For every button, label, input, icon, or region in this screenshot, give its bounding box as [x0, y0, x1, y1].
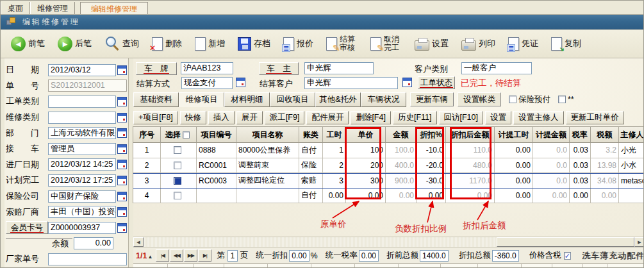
table-cell[interactable]: RC0001	[197, 158, 236, 174]
prev-record-button[interactable]: 前笔	[9, 31, 47, 56]
table-cell[interactable]: 0.00	[570, 188, 591, 204]
tab-basic-info[interactable]: 基础资料	[133, 92, 179, 107]
table-cell[interactable]: 索赔	[299, 174, 323, 188]
table-cell[interactable]: 3	[133, 174, 161, 188]
quick-repair-button[interactable]: 快修	[180, 111, 206, 124]
table-header-cell[interactable]: 序号	[133, 127, 161, 143]
table-cell[interactable]: 0.00	[495, 188, 533, 204]
row-select-checkbox[interactable]	[174, 146, 181, 154]
table-cell[interactable]: 调整四轮定位	[236, 174, 299, 188]
nav-next-button[interactable]: ▶▶	[184, 249, 197, 262]
receiver-lookup-icon[interactable]	[117, 144, 127, 154]
table-cell[interactable]	[236, 188, 299, 204]
repair-type-lookup-icon[interactable]	[117, 113, 127, 122]
table-header-cell[interactable]: 税额	[591, 127, 619, 143]
set-account-type-button[interactable]: 设置帐类	[458, 92, 501, 106]
date-lookup-icon[interactable]	[117, 65, 127, 75]
table-cell[interactable]: 小光	[619, 143, 644, 158]
print-button[interactable]: 列印	[459, 31, 497, 56]
table-row[interactable]: 4 自付0.000.000.000.000.000.000.000.000.00	[133, 188, 644, 204]
table-cell[interactable]: 0.00	[495, 174, 533, 188]
table-cell[interactable]: 13.98	[591, 158, 619, 174]
table-cell[interactable]: 0.00	[386, 188, 417, 204]
owner-input[interactable]: 申光辉	[304, 62, 374, 74]
delete-button[interactable]: 删除	[150, 31, 184, 56]
table-cell[interactable]: 3	[323, 174, 346, 188]
update-labor-price-button[interactable]: 更新工时单价	[566, 111, 624, 124]
settle-customer-lookup-icon[interactable]	[402, 78, 412, 87]
table-cell[interactable]: 自付	[299, 188, 323, 204]
plate-input[interactable]: 沪AAB123	[181, 62, 233, 74]
table-cell[interactable]: 小水	[619, 158, 644, 174]
table-row[interactable]: 2RC0001调整前束保险2200400.0-20.0480.00.000.00…	[133, 158, 644, 174]
row-select-checkbox[interactable]	[174, 192, 181, 199]
claim-vendor-input[interactable]: 丰田（中国）投资有限公司	[48, 206, 116, 218]
table-cell[interactable]	[161, 174, 197, 188]
table-cell[interactable]: 900.0	[386, 174, 417, 188]
quote-button[interactable]: 报价	[281, 31, 315, 56]
history-button[interactable]: 历史[F11]	[393, 111, 437, 124]
balance-input[interactable]: 0.00	[74, 237, 113, 249]
table-cell[interactable]: 1	[323, 143, 346, 158]
table-cell[interactable]: 0.00	[495, 143, 533, 158]
table-cell[interactable]: 2	[133, 158, 161, 174]
table-header-cell[interactable]: 折扣%	[417, 127, 446, 143]
tab-edit-repair-management[interactable]: 编辑维修管理	[80, 2, 148, 14]
table-cell[interactable]: 0.0	[533, 143, 570, 158]
table-cell[interactable]	[197, 188, 236, 204]
planned-finish-lookup-icon[interactable]	[117, 176, 127, 185]
scrollbar-thumb[interactable]	[497, 237, 634, 247]
insert-button[interactable]: 插入	[208, 111, 235, 124]
table-cell[interactable]: 3.2	[591, 143, 619, 158]
receiver-input[interactable]: 管理员	[48, 143, 116, 155]
claim-vendor-lookup-icon[interactable]	[117, 207, 127, 217]
table-cell[interactable]	[161, 143, 197, 158]
table-cell[interactable]: 0.0	[533, 174, 570, 188]
table-header-cell[interactable]: 主修人	[619, 127, 644, 143]
table-cell[interactable]: 2	[323, 158, 346, 174]
table-cell[interactable]: 4	[133, 188, 161, 204]
update-vehicle-button[interactable]: 更新车辆	[410, 92, 454, 106]
table-cell[interactable]: 自付	[299, 143, 323, 158]
set-main-repairer-button[interactable]: 设置主修人	[513, 111, 564, 124]
settle-customer-input[interactable]: 申光辉	[304, 77, 398, 89]
table-cell[interactable]: 0.00	[533, 188, 570, 204]
repair-type-input[interactable]	[48, 112, 116, 124]
table-header-cell[interactable]: 金额	[386, 127, 417, 143]
owner-button[interactable]: 车 主	[259, 62, 299, 75]
table-cell[interactable]: 0.00	[591, 188, 619, 204]
insurance-company-lookup-icon[interactable]	[117, 192, 127, 201]
insurance-company-input[interactable]: 中国财产保险	[48, 190, 116, 203]
table-cell[interactable]	[161, 188, 197, 204]
tab-repair-items[interactable]: 维修项目	[179, 92, 224, 107]
dispatch-button[interactable]: 派工[F9]	[265, 111, 305, 124]
member-card-lookup-icon[interactable]	[117, 223, 127, 233]
table-header-cell[interactable]: 折扣后金额	[446, 127, 495, 143]
table-cell[interactable]	[161, 158, 197, 174]
entry-date-input[interactable]: 2012/03/12 14:25	[48, 158, 116, 171]
table-cell[interactable]: 0.03	[570, 158, 591, 174]
tab-desktop[interactable]: 桌面	[1, 2, 30, 14]
query-button[interactable]: 查询	[103, 31, 141, 56]
table-cell[interactable]: 0.00	[417, 188, 446, 204]
nav-first-button[interactable]: |◀	[156, 249, 169, 262]
save-button[interactable]: 存档	[236, 31, 272, 56]
print-setup-button[interactable]: 设置	[413, 31, 450, 56]
expand-button[interactable]: 展开	[236, 111, 263, 124]
table-row[interactable]: 3RC0003调整四轮定位索赔3300900.0-30.01170.00.000…	[133, 173, 644, 188]
copy-button[interactable]: 复制	[549, 31, 583, 56]
table-cell[interactable]: -20.0	[417, 158, 446, 174]
table-cell[interactable]: -30.0	[417, 174, 446, 188]
table-header-cell[interactable]: 单价	[346, 127, 386, 143]
next-record-button[interactable]: 后笔	[56, 31, 94, 56]
follow-up-button[interactable]: 回访[F10]	[439, 111, 484, 124]
row-select-checkbox[interactable]	[174, 177, 181, 185]
table-cell[interactable]: 480.0	[446, 158, 495, 174]
table-cell[interactable]: 400.0	[386, 158, 417, 174]
table-cell[interactable]: 调整前束	[236, 158, 299, 174]
page-input[interactable]: 1	[227, 250, 238, 262]
table-cell[interactable]: 0888	[197, 143, 236, 158]
table-horizontal-scrollbar[interactable]: ◀ ▶	[133, 237, 644, 247]
member-card-input[interactable]: Z0000003937	[48, 222, 116, 234]
uniform-tax-input[interactable]: 0.00	[359, 250, 379, 262]
